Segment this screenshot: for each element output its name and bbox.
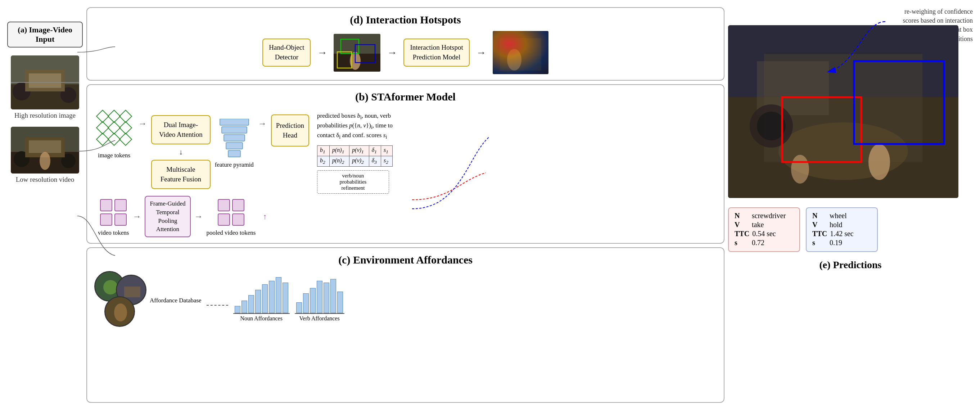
detection-image (334, 34, 380, 72)
card2-TTC-val: 1.42 sec (830, 230, 854, 238)
feature-pyramid-section: feature pyramid (215, 119, 254, 168)
vsq-2 (115, 199, 127, 211)
card1-s-val: 0.72 (752, 238, 764, 247)
center-blocks: Dual Image-Video Attention ↓ MultiscaleF… (151, 115, 210, 189)
pred-delta1: δ1 (369, 145, 381, 156)
panel-b: (b) STAformer Model image (86, 84, 724, 244)
card2-N-row: N wheel (812, 212, 871, 220)
svg-rect-5 (29, 73, 61, 88)
noun-bar-7 (276, 277, 282, 313)
card2-s-label: s (812, 238, 827, 247)
affordance-db-label: Affordance Database (150, 297, 202, 304)
hotspot-model: Interaction HotspotPrediction Model (403, 38, 469, 66)
dual-attention-box: Dual Image-Video Attention (151, 115, 210, 145)
verb-affordances-label: Verb Affordances (299, 315, 340, 322)
card2-s-val: 0.19 (830, 238, 842, 247)
heatmap-overlay (493, 31, 549, 74)
verb-affordances-chart: Verb Affordances (295, 278, 344, 322)
high-res-image (11, 56, 79, 110)
verb-bar-6 (330, 279, 336, 313)
video-tokens-row: video tokens → Frame-GuidedTemporalPooli… (94, 196, 717, 237)
temporal-pooling-section: Frame-GuidedTemporalPoolingAttention (145, 196, 190, 237)
svg-rect-24 (222, 127, 247, 133)
pred-pv2: p(v)2 (350, 156, 369, 166)
video-tokens-section: video tokens (98, 197, 129, 237)
image-tokens-grid (94, 108, 134, 148)
card2-s-row: s 0.19 (812, 238, 871, 247)
noun-bar-2 (242, 300, 247, 313)
flow-arrow-2: → (258, 119, 267, 129)
pooled-tokens-grid (216, 197, 247, 228)
svg-rect-31 (124, 286, 140, 297)
verb-bar-3 (310, 288, 316, 313)
pred-card-2: N wheel V hold TTC 1.42 sec s 0.19 (806, 207, 878, 252)
pred-pv1: p(v)1 (350, 145, 369, 156)
main-output-image (728, 25, 958, 198)
refinement-box: verb/nounprobabilitiesrefinement (317, 170, 389, 194)
pred-s2: s2 (381, 156, 393, 166)
predictions-title: (e) Predictions (728, 259, 973, 271)
card2-N-label: N (812, 212, 827, 220)
multiscale-box: MultiscaleFeature Fusion (151, 160, 210, 189)
pred-row-1: b1 p(n)1 p(v)1 δ1 s1 (317, 145, 392, 156)
noun-bar-5 (262, 284, 268, 313)
card1-TTC-val: 0.54 sec (752, 230, 776, 238)
pred-card-1: N screwdriver V take TTC 0.54 sec s 0.72 (728, 207, 800, 252)
card2-V-row: V hold (812, 221, 871, 229)
card2-TTC-row: TTC 1.42 sec (812, 230, 871, 238)
noun-affordances-chart: Noun Affordances (233, 278, 290, 322)
svg-point-13 (40, 152, 50, 170)
panel-d: (d) Interaction Hotspots Hand-ObjectDete… (86, 7, 724, 81)
card2-N-val: wheel (830, 212, 847, 220)
arrow-2: → (387, 47, 397, 58)
vsq-1 (100, 199, 112, 211)
hotspot-output-image (493, 31, 549, 74)
arrow-img-to-attention: → (138, 119, 147, 129)
pooled-arrow: → (194, 212, 203, 221)
card1-V-label: V (735, 221, 749, 229)
card2-TTC-label: TTC (812, 230, 827, 238)
temporal-pooling-box: Frame-GuidedTemporalPoolingAttention (145, 196, 190, 237)
card1-s-row: s 0.72 (735, 238, 794, 247)
svg-point-38 (869, 144, 890, 180)
left-column: (a) Image-Video Input High resolution im… (7, 7, 83, 403)
svg-point-33 (114, 304, 127, 321)
verb-bar-2 (303, 293, 309, 313)
arrow-3: → (476, 47, 486, 58)
circle-cluster (94, 271, 148, 329)
detection-svg (334, 34, 380, 72)
panel-d-title: (d) Interaction Hotspots (94, 14, 717, 26)
pooled-label: pooled video tokens (207, 229, 256, 237)
verb-bars (295, 278, 344, 314)
video-tokens-label: video tokens (98, 229, 129, 237)
down-arrow-1: ↓ (151, 148, 210, 156)
prediction-head-box: PredictionHead (271, 114, 309, 146)
svg-rect-27 (228, 151, 240, 157)
psq-1 (218, 199, 230, 211)
output-svg (728, 25, 958, 198)
noun-bars (233, 278, 290, 314)
image-tokens-label: image tokens (98, 152, 130, 159)
pred-row-2: b2 p(n)2 p(v)2 δ3 s2 (317, 156, 392, 166)
pred-s1: s1 (381, 145, 393, 156)
low-res-image (11, 127, 79, 173)
pred-description: predicted boxes bi, noun, verb probabili… (317, 111, 393, 141)
panel-b-title: (b) STAformer Model (94, 91, 717, 103)
card1-V-row: V take (735, 221, 794, 229)
dashed-arrow-c (207, 305, 228, 306)
pred-delta2: δ3 (369, 156, 381, 166)
svg-rect-12 (29, 140, 61, 153)
card1-N-row: N screwdriver (735, 212, 794, 220)
prediction-head-section: PredictionHead (271, 114, 309, 146)
pooled-tokens-section: pooled video tokens (207, 197, 256, 237)
high-res-label: High resolution image (14, 111, 76, 119)
pred-pn2: p(n)2 (329, 156, 349, 166)
card1-TTC-row: TTC 0.54 sec (735, 230, 794, 238)
pred-b2: b2 (317, 156, 329, 166)
flow-arrow-1: → (138, 119, 147, 129)
noun-bar-4 (255, 290, 261, 313)
arrow-to-pred: → (258, 119, 267, 129)
panel-b-content: image tokens → Dual Image-Video Attentio… (94, 108, 717, 194)
psq-4 (232, 213, 244, 226)
noun-affordances-label: Noun Affordances (240, 315, 282, 322)
